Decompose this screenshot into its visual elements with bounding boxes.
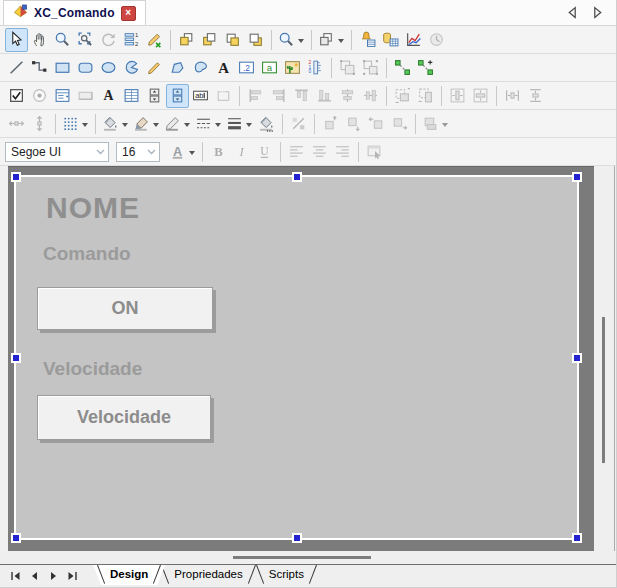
vertical-scrollbar[interactable] xyxy=(594,166,614,551)
dropdown-caret-icon[interactable] xyxy=(122,123,128,130)
chart-button[interactable] xyxy=(402,28,425,52)
closed-curve-button[interactable] xyxy=(189,56,212,80)
dropdown-caret-icon[interactable] xyxy=(246,123,252,130)
dropdown-caret-icon[interactable] xyxy=(215,123,221,130)
overlap-mode-button[interactable] xyxy=(316,28,347,52)
checkbox-button[interactable] xyxy=(5,84,28,108)
pencil-button[interactable] xyxy=(143,56,166,80)
line-width-button[interactable] xyxy=(224,112,255,136)
scale-button[interactable]: 210 xyxy=(304,56,327,80)
polyline-button[interactable] xyxy=(28,56,51,80)
selection-handle[interactable] xyxy=(11,533,21,543)
selection-handle[interactable] xyxy=(11,353,21,363)
dropdown-caret-icon[interactable] xyxy=(338,39,344,46)
selection-handle[interactable] xyxy=(572,533,582,543)
same-width-button xyxy=(391,84,414,108)
chevron-down-icon[interactable] xyxy=(143,149,159,155)
tab-order-button[interactable]: 12 xyxy=(120,28,143,52)
listbox-button[interactable] xyxy=(51,84,74,108)
close-icon[interactable] xyxy=(121,6,136,21)
nav-prev-icon[interactable] xyxy=(27,569,41,582)
scroll-right-icon[interactable] xyxy=(591,5,604,23)
db-table-button[interactable] xyxy=(379,28,402,52)
scroll-left-icon[interactable] xyxy=(566,5,579,23)
label-button[interactable]: A xyxy=(97,84,120,108)
textbox-button[interactable]: ab xyxy=(189,84,212,108)
alarm-viewer-button[interactable] xyxy=(356,28,379,52)
form-command-label[interactable]: Comando xyxy=(43,243,131,265)
text-align-left-button xyxy=(285,140,308,164)
updown-button[interactable] xyxy=(166,84,189,108)
tab-propriedades[interactable]: Propriedades xyxy=(157,565,259,585)
table-button[interactable] xyxy=(120,84,143,108)
form-heading-label[interactable]: NOME xyxy=(46,191,140,225)
selection-handle[interactable] xyxy=(11,172,21,182)
dropdown-caret-icon[interactable] xyxy=(298,39,304,46)
text-button[interactable]: A xyxy=(212,56,235,80)
shade-button[interactable] xyxy=(131,112,162,136)
form-on-button[interactable]: ON xyxy=(37,287,213,330)
picture-button[interactable] xyxy=(281,56,304,80)
fill-color-button[interactable] xyxy=(100,112,131,136)
arc-button[interactable] xyxy=(120,56,143,80)
selection-handle[interactable] xyxy=(572,172,582,182)
zoom-region-button[interactable] xyxy=(74,28,97,52)
font-size-combobox[interactable]: 16 xyxy=(116,142,160,162)
dropdown-caret-icon[interactable] xyxy=(189,151,195,158)
pencil-delete-button[interactable] xyxy=(143,28,166,52)
dropdown-caret-icon[interactable] xyxy=(442,123,448,130)
form-velocity-label[interactable]: Velocidade xyxy=(43,358,142,380)
display-value-button[interactable]: .2 xyxy=(235,56,258,80)
zoom-level-button[interactable] xyxy=(276,28,307,52)
send-backward-button[interactable] xyxy=(244,28,267,52)
rotate-button xyxy=(97,28,120,52)
bring-forward-button[interactable] xyxy=(221,28,244,52)
recipe-icon xyxy=(428,31,445,48)
nav-first-icon[interactable] xyxy=(8,569,22,582)
toolbar-separator xyxy=(55,114,56,134)
selection-handle[interactable] xyxy=(572,353,582,363)
grid-button[interactable] xyxy=(60,112,91,136)
rounded-rectangle-button[interactable] xyxy=(74,56,97,80)
nav-last-icon[interactable] xyxy=(65,569,79,582)
dropdown-caret-icon[interactable] xyxy=(153,123,159,130)
screen-form[interactable]: NOME Comando ON Velocidade Velocidade xyxy=(16,177,577,538)
line-style-icon xyxy=(195,115,212,132)
dropdown-caret-icon[interactable] xyxy=(184,123,190,130)
spinner-button[interactable] xyxy=(143,84,166,108)
zoom-button[interactable] xyxy=(51,28,74,52)
select-cursor-button[interactable] xyxy=(5,28,28,52)
tab-scripts[interactable]: Scripts xyxy=(252,565,321,585)
ellipse-button[interactable] xyxy=(97,56,120,80)
form-velocity-button[interactable]: Velocidade xyxy=(37,395,211,440)
db-table-icon xyxy=(382,31,399,48)
vertical-scrollbar-thumb[interactable] xyxy=(602,317,605,463)
bring-to-front-button[interactable] xyxy=(175,28,198,52)
horizontal-scrollbar-thumb[interactable] xyxy=(233,556,371,559)
connect-points-button[interactable] xyxy=(391,56,414,80)
fill-effects-button[interactable] xyxy=(255,112,278,136)
line-button[interactable] xyxy=(5,56,28,80)
line-style-button[interactable] xyxy=(193,112,224,136)
selection-handle[interactable] xyxy=(292,533,302,543)
font-color-button[interactable]: A xyxy=(167,140,198,164)
canvas-workspace[interactable]: NOME Comando ON Velocidade Velocidade xyxy=(8,166,594,551)
nav-next-icon[interactable] xyxy=(46,569,60,582)
polygon-button[interactable] xyxy=(166,56,189,80)
line-color-button[interactable] xyxy=(162,112,193,136)
font-name-combobox[interactable]: Segoe UI xyxy=(5,142,109,162)
align-left-icon xyxy=(247,87,264,104)
document-tab[interactable]: XC_Comando xyxy=(3,0,146,25)
horizontal-scrollbar[interactable] xyxy=(0,551,616,564)
underline-icon: U xyxy=(256,143,273,160)
pan-hand-button[interactable] xyxy=(28,28,51,52)
tab-design[interactable]: Design xyxy=(93,565,165,585)
chevron-down-icon[interactable] xyxy=(92,149,108,155)
connect-points-add-button[interactable] xyxy=(414,56,437,80)
linked-text-button[interactable]: a xyxy=(258,56,281,80)
dropdown-caret-icon[interactable] xyxy=(82,123,88,130)
send-to-back-button[interactable] xyxy=(198,28,221,52)
selection-handle[interactable] xyxy=(292,172,302,182)
rectangle-button[interactable] xyxy=(51,56,74,80)
window-select-button xyxy=(363,140,386,164)
